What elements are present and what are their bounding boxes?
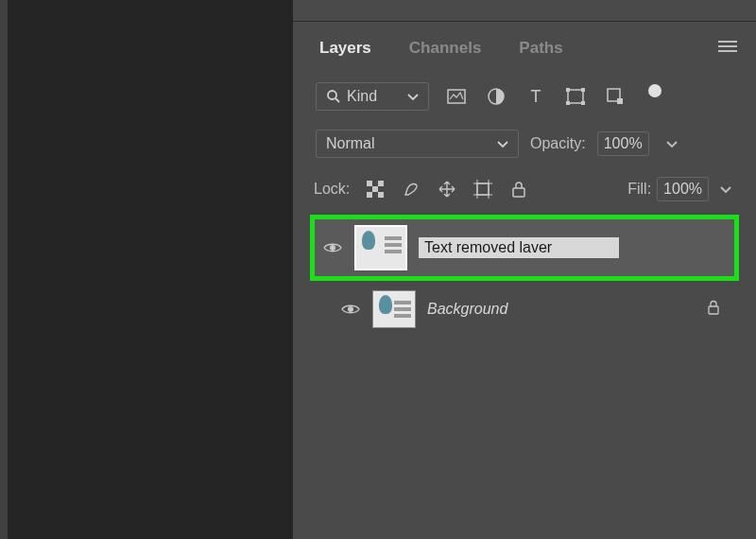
svg-rect-19 xyxy=(378,192,384,198)
layer-list: Background xyxy=(293,215,756,338)
panel-tabs: Layers Channels Paths xyxy=(293,22,756,73)
blend-mode-dropdown[interactable]: Normal xyxy=(316,130,519,158)
lock-position-icon[interactable] xyxy=(437,179,457,200)
lock-indicator-icon[interactable] xyxy=(707,300,728,319)
svg-point-3 xyxy=(328,91,336,99)
smartobject-filter-icon[interactable] xyxy=(605,86,626,107)
svg-rect-11 xyxy=(566,101,570,105)
layer-name-input[interactable] xyxy=(419,237,619,258)
lock-paint-icon[interactable] xyxy=(401,179,421,200)
svg-rect-12 xyxy=(581,101,585,105)
svg-rect-9 xyxy=(566,88,570,92)
blend-mode-label: Normal xyxy=(326,135,375,152)
layers-panel: Layers Channels Paths Kind T Normal Opac… xyxy=(293,0,756,539)
svg-rect-25 xyxy=(513,188,524,197)
adjustment-filter-icon[interactable] xyxy=(486,86,507,107)
svg-rect-17 xyxy=(372,186,378,192)
svg-point-27 xyxy=(348,306,353,312)
tab-channels[interactable]: Channels xyxy=(398,35,493,61)
opacity-chevron-icon[interactable] xyxy=(662,133,681,154)
lock-transparency-icon[interactable] xyxy=(365,179,386,200)
svg-rect-8 xyxy=(568,90,583,103)
svg-rect-20 xyxy=(477,183,489,195)
layer-row-background[interactable]: Background xyxy=(310,281,739,338)
visibility-toggle-icon[interactable] xyxy=(340,303,361,316)
opacity-label: Opacity: xyxy=(530,135,586,152)
search-icon xyxy=(326,89,341,104)
tab-paths[interactable]: Paths xyxy=(507,35,574,61)
fill-chevron-icon[interactable] xyxy=(716,179,735,200)
svg-point-26 xyxy=(330,245,335,251)
svg-rect-28 xyxy=(709,306,718,314)
lock-row: Lock: Fill: 100% xyxy=(293,167,756,215)
svg-rect-18 xyxy=(367,192,372,198)
lock-label: Lock: xyxy=(314,181,350,198)
lock-artboard-icon[interactable] xyxy=(472,179,493,200)
panel-menu-icon[interactable] xyxy=(714,36,741,61)
tab-layers[interactable]: Layers xyxy=(308,35,383,61)
fill-label: Fill: xyxy=(627,181,651,198)
fill-input[interactable]: 100% xyxy=(657,177,709,201)
filter-toggle[interactable] xyxy=(644,86,665,107)
blend-row: Normal Opacity: 100% xyxy=(293,120,756,167)
layer-row-editing[interactable] xyxy=(310,215,739,281)
svg-rect-10 xyxy=(581,88,585,92)
layer-name: Background xyxy=(427,301,507,318)
pixel-filter-icon[interactable] xyxy=(446,86,467,107)
layer-thumbnail[interactable] xyxy=(354,225,407,270)
chevron-down-icon xyxy=(497,135,508,152)
svg-rect-15 xyxy=(367,181,372,186)
chevron-down-icon xyxy=(407,88,419,105)
visibility-toggle-icon[interactable] xyxy=(322,241,343,254)
shape-filter-icon[interactable] xyxy=(565,86,586,107)
svg-text:T: T xyxy=(531,88,541,105)
type-filter-icon[interactable]: T xyxy=(525,86,546,107)
svg-rect-16 xyxy=(378,181,384,186)
opacity-input[interactable]: 100% xyxy=(597,131,649,156)
lock-all-icon[interactable] xyxy=(508,179,529,200)
layer-thumbnail[interactable] xyxy=(372,290,416,328)
filter-icons: T xyxy=(446,86,665,107)
svg-line-4 xyxy=(335,98,339,102)
svg-rect-14 xyxy=(617,98,623,104)
kind-label: Kind xyxy=(347,88,377,105)
canvas-area xyxy=(0,0,293,539)
kind-filter-dropdown[interactable]: Kind xyxy=(316,82,429,111)
filter-row: Kind T xyxy=(293,73,756,120)
